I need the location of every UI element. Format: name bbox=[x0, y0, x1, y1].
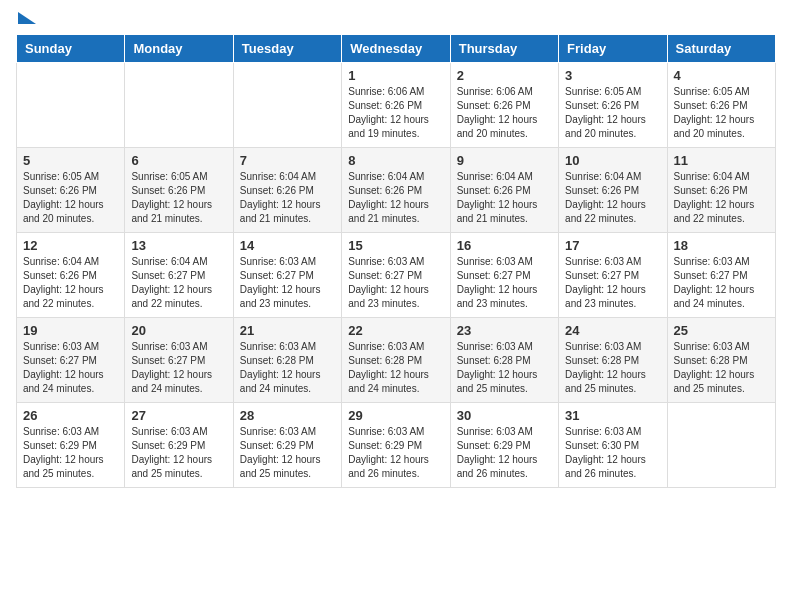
day-info: Sunrise: 6:05 AM Sunset: 6:26 PM Dayligh… bbox=[674, 85, 769, 141]
day-number: 21 bbox=[240, 323, 335, 338]
calendar-day-cell bbox=[17, 63, 125, 148]
day-info: Sunrise: 6:04 AM Sunset: 6:27 PM Dayligh… bbox=[131, 255, 226, 311]
calendar-day-cell: 1Sunrise: 6:06 AM Sunset: 6:26 PM Daylig… bbox=[342, 63, 450, 148]
day-info: Sunrise: 6:03 AM Sunset: 6:27 PM Dayligh… bbox=[23, 340, 118, 396]
day-info: Sunrise: 6:03 AM Sunset: 6:27 PM Dayligh… bbox=[240, 255, 335, 311]
day-number: 20 bbox=[131, 323, 226, 338]
calendar-day-cell: 14Sunrise: 6:03 AM Sunset: 6:27 PM Dayli… bbox=[233, 233, 341, 318]
calendar-header: SundayMondayTuesdayWednesdayThursdayFrid… bbox=[17, 35, 776, 63]
day-number: 11 bbox=[674, 153, 769, 168]
day-number: 5 bbox=[23, 153, 118, 168]
calendar-day-cell: 10Sunrise: 6:04 AM Sunset: 6:26 PM Dayli… bbox=[559, 148, 667, 233]
calendar-day-cell: 19Sunrise: 6:03 AM Sunset: 6:27 PM Dayli… bbox=[17, 318, 125, 403]
day-number: 22 bbox=[348, 323, 443, 338]
calendar-body: 1Sunrise: 6:06 AM Sunset: 6:26 PM Daylig… bbox=[17, 63, 776, 488]
day-number: 26 bbox=[23, 408, 118, 423]
calendar-day-cell: 26Sunrise: 6:03 AM Sunset: 6:29 PM Dayli… bbox=[17, 403, 125, 488]
day-info: Sunrise: 6:04 AM Sunset: 6:26 PM Dayligh… bbox=[565, 170, 660, 226]
day-info: Sunrise: 6:03 AM Sunset: 6:27 PM Dayligh… bbox=[457, 255, 552, 311]
days-of-week-row: SundayMondayTuesdayWednesdayThursdayFrid… bbox=[17, 35, 776, 63]
calendar-table: SundayMondayTuesdayWednesdayThursdayFrid… bbox=[16, 34, 776, 488]
calendar-day-cell: 11Sunrise: 6:04 AM Sunset: 6:26 PM Dayli… bbox=[667, 148, 775, 233]
day-of-week-header: Monday bbox=[125, 35, 233, 63]
calendar-day-cell: 28Sunrise: 6:03 AM Sunset: 6:29 PM Dayli… bbox=[233, 403, 341, 488]
day-info: Sunrise: 6:03 AM Sunset: 6:29 PM Dayligh… bbox=[23, 425, 118, 481]
day-info: Sunrise: 6:05 AM Sunset: 6:26 PM Dayligh… bbox=[565, 85, 660, 141]
day-info: Sunrise: 6:03 AM Sunset: 6:27 PM Dayligh… bbox=[565, 255, 660, 311]
day-info: Sunrise: 6:06 AM Sunset: 6:26 PM Dayligh… bbox=[457, 85, 552, 141]
calendar-day-cell: 27Sunrise: 6:03 AM Sunset: 6:29 PM Dayli… bbox=[125, 403, 233, 488]
calendar-day-cell: 3Sunrise: 6:05 AM Sunset: 6:26 PM Daylig… bbox=[559, 63, 667, 148]
day-number: 31 bbox=[565, 408, 660, 423]
calendar-day-cell: 15Sunrise: 6:03 AM Sunset: 6:27 PM Dayli… bbox=[342, 233, 450, 318]
calendar-week-row: 1Sunrise: 6:06 AM Sunset: 6:26 PM Daylig… bbox=[17, 63, 776, 148]
day-info: Sunrise: 6:03 AM Sunset: 6:30 PM Dayligh… bbox=[565, 425, 660, 481]
day-number: 10 bbox=[565, 153, 660, 168]
day-info: Sunrise: 6:03 AM Sunset: 6:27 PM Dayligh… bbox=[131, 340, 226, 396]
day-number: 12 bbox=[23, 238, 118, 253]
calendar-day-cell: 16Sunrise: 6:03 AM Sunset: 6:27 PM Dayli… bbox=[450, 233, 558, 318]
calendar-day-cell: 29Sunrise: 6:03 AM Sunset: 6:29 PM Dayli… bbox=[342, 403, 450, 488]
day-info: Sunrise: 6:04 AM Sunset: 6:26 PM Dayligh… bbox=[240, 170, 335, 226]
day-number: 2 bbox=[457, 68, 552, 83]
calendar-day-cell: 5Sunrise: 6:05 AM Sunset: 6:26 PM Daylig… bbox=[17, 148, 125, 233]
day-number: 9 bbox=[457, 153, 552, 168]
day-info: Sunrise: 6:04 AM Sunset: 6:26 PM Dayligh… bbox=[674, 170, 769, 226]
calendar-day-cell: 22Sunrise: 6:03 AM Sunset: 6:28 PM Dayli… bbox=[342, 318, 450, 403]
day-number: 19 bbox=[23, 323, 118, 338]
day-info: Sunrise: 6:03 AM Sunset: 6:29 PM Dayligh… bbox=[457, 425, 552, 481]
calendar-day-cell: 7Sunrise: 6:04 AM Sunset: 6:26 PM Daylig… bbox=[233, 148, 341, 233]
calendar-day-cell: 8Sunrise: 6:04 AM Sunset: 6:26 PM Daylig… bbox=[342, 148, 450, 233]
calendar-week-row: 5Sunrise: 6:05 AM Sunset: 6:26 PM Daylig… bbox=[17, 148, 776, 233]
day-number: 14 bbox=[240, 238, 335, 253]
day-number: 6 bbox=[131, 153, 226, 168]
day-number: 23 bbox=[457, 323, 552, 338]
day-info: Sunrise: 6:03 AM Sunset: 6:28 PM Dayligh… bbox=[565, 340, 660, 396]
day-info: Sunrise: 6:03 AM Sunset: 6:28 PM Dayligh… bbox=[240, 340, 335, 396]
day-number: 30 bbox=[457, 408, 552, 423]
logo bbox=[16, 16, 36, 24]
day-number: 13 bbox=[131, 238, 226, 253]
calendar-day-cell: 9Sunrise: 6:04 AM Sunset: 6:26 PM Daylig… bbox=[450, 148, 558, 233]
day-number: 16 bbox=[457, 238, 552, 253]
day-info: Sunrise: 6:03 AM Sunset: 6:28 PM Dayligh… bbox=[674, 340, 769, 396]
day-info: Sunrise: 6:04 AM Sunset: 6:26 PM Dayligh… bbox=[23, 255, 118, 311]
calendar-day-cell: 2Sunrise: 6:06 AM Sunset: 6:26 PM Daylig… bbox=[450, 63, 558, 148]
day-info: Sunrise: 6:03 AM Sunset: 6:29 PM Dayligh… bbox=[131, 425, 226, 481]
calendar-day-cell: 6Sunrise: 6:05 AM Sunset: 6:26 PM Daylig… bbox=[125, 148, 233, 233]
day-info: Sunrise: 6:04 AM Sunset: 6:26 PM Dayligh… bbox=[348, 170, 443, 226]
day-of-week-header: Thursday bbox=[450, 35, 558, 63]
calendar-week-row: 12Sunrise: 6:04 AM Sunset: 6:26 PM Dayli… bbox=[17, 233, 776, 318]
day-of-week-header: Wednesday bbox=[342, 35, 450, 63]
day-info: Sunrise: 6:06 AM Sunset: 6:26 PM Dayligh… bbox=[348, 85, 443, 141]
calendar-day-cell: 24Sunrise: 6:03 AM Sunset: 6:28 PM Dayli… bbox=[559, 318, 667, 403]
day-number: 28 bbox=[240, 408, 335, 423]
day-of-week-header: Saturday bbox=[667, 35, 775, 63]
day-number: 3 bbox=[565, 68, 660, 83]
day-number: 18 bbox=[674, 238, 769, 253]
calendar-week-row: 19Sunrise: 6:03 AM Sunset: 6:27 PM Dayli… bbox=[17, 318, 776, 403]
calendar-day-cell: 25Sunrise: 6:03 AM Sunset: 6:28 PM Dayli… bbox=[667, 318, 775, 403]
day-info: Sunrise: 6:04 AM Sunset: 6:26 PM Dayligh… bbox=[457, 170, 552, 226]
calendar-day-cell: 4Sunrise: 6:05 AM Sunset: 6:26 PM Daylig… bbox=[667, 63, 775, 148]
day-info: Sunrise: 6:05 AM Sunset: 6:26 PM Dayligh… bbox=[23, 170, 118, 226]
day-info: Sunrise: 6:05 AM Sunset: 6:26 PM Dayligh… bbox=[131, 170, 226, 226]
day-number: 4 bbox=[674, 68, 769, 83]
logo-arrow-icon bbox=[18, 12, 36, 24]
day-number: 15 bbox=[348, 238, 443, 253]
day-of-week-header: Tuesday bbox=[233, 35, 341, 63]
calendar-day-cell: 18Sunrise: 6:03 AM Sunset: 6:27 PM Dayli… bbox=[667, 233, 775, 318]
day-number: 27 bbox=[131, 408, 226, 423]
calendar-day-cell bbox=[125, 63, 233, 148]
day-number: 7 bbox=[240, 153, 335, 168]
calendar-day-cell: 30Sunrise: 6:03 AM Sunset: 6:29 PM Dayli… bbox=[450, 403, 558, 488]
calendar-day-cell bbox=[667, 403, 775, 488]
calendar-day-cell: 21Sunrise: 6:03 AM Sunset: 6:28 PM Dayli… bbox=[233, 318, 341, 403]
calendar-day-cell: 17Sunrise: 6:03 AM Sunset: 6:27 PM Dayli… bbox=[559, 233, 667, 318]
calendar-day-cell: 23Sunrise: 6:03 AM Sunset: 6:28 PM Dayli… bbox=[450, 318, 558, 403]
day-number: 8 bbox=[348, 153, 443, 168]
day-number: 25 bbox=[674, 323, 769, 338]
day-number: 24 bbox=[565, 323, 660, 338]
page-header bbox=[16, 16, 776, 24]
day-info: Sunrise: 6:03 AM Sunset: 6:28 PM Dayligh… bbox=[348, 340, 443, 396]
